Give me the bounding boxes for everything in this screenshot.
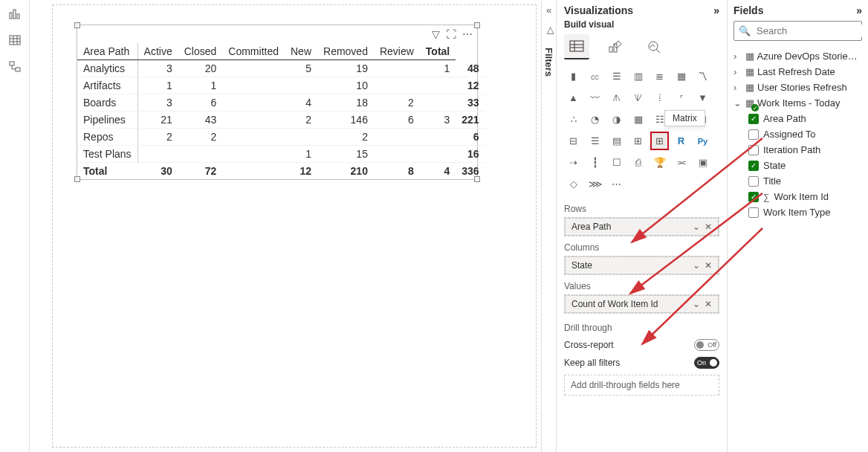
field-item[interactable]: Iteration Path <box>733 142 862 158</box>
viz-icon-37[interactable]: ⋯ <box>607 175 626 193</box>
field-item[interactable]: Assigned To <box>733 126 862 142</box>
viz-icon-13[interactable]: ▼ <box>693 88 712 107</box>
collapse-pane-icon[interactable]: » <box>713 4 719 16</box>
field-checkbox[interactable]: ✓ <box>748 161 759 171</box>
matrix-col-header[interactable]: Total <box>420 43 456 60</box>
viz-icon-24[interactable]: ⊞ <box>629 132 647 150</box>
viz-icon-33[interactable]: ⫘ <box>672 153 690 172</box>
data-view-icon[interactable] <box>6 31 24 49</box>
report-view-icon[interactable] <box>6 4 24 22</box>
matrix-col-header[interactable]: Removed <box>317 43 374 60</box>
viz-icon-2[interactable]: ☰ <box>607 67 626 85</box>
rows-well[interactable]: Area Path ⌄✕ <box>564 217 719 236</box>
focus-mode-icon[interactable]: ⛶ <box>446 28 456 40</box>
values-chip-workitemid[interactable]: Count of Work Item Id ⌄✕ <box>565 295 719 313</box>
viz-icon-26[interactable]: R <box>672 132 690 150</box>
field-item[interactable]: ✓∑Work Item Id <box>733 189 862 204</box>
field-item[interactable]: ✓State <box>733 158 862 173</box>
table-item[interactable]: ⌄▦Work Items - Today <box>733 95 862 111</box>
viz-icon-29[interactable]: ┇ <box>586 153 604 172</box>
format-visual-tab[interactable] <box>603 34 628 59</box>
matrix-row-label[interactable]: Boards <box>77 94 137 112</box>
viz-icon-8[interactable]: 〰 <box>586 88 604 107</box>
collapse-fields-icon[interactable]: » <box>856 4 862 16</box>
table-item[interactable]: ›▦User Stories Refresh <box>733 80 862 95</box>
keep-filters-toggle[interactable]: On <box>694 357 719 369</box>
search-input[interactable] <box>755 25 868 37</box>
matrix-col-header[interactable]: Review <box>374 43 420 60</box>
field-checkbox[interactable]: ✓ <box>748 114 759 124</box>
viz-icon-6[interactable]: 〽 <box>693 67 712 85</box>
viz-icon-9[interactable]: ⩚ <box>607 88 626 107</box>
field-checkbox[interactable] <box>748 176 759 187</box>
matrix-row-label[interactable]: Repos <box>77 129 137 146</box>
build-visual-tab[interactable] <box>564 34 589 59</box>
viz-icon-11[interactable]: ⵂ <box>650 88 669 107</box>
remove-icon[interactable]: ✕ <box>705 260 712 271</box>
viz-icon-23[interactable]: ▤ <box>607 132 626 150</box>
viz-icon-31[interactable]: ⎙ <box>629 153 647 172</box>
viz-icon-32[interactable]: 🏆 <box>650 153 669 172</box>
matrix-viz-icon[interactable]: ⊞ <box>650 132 669 150</box>
viz-icon-21[interactable]: ⊟ <box>564 132 583 150</box>
chevron-down-icon[interactable]: ⌄ <box>693 299 700 309</box>
field-item[interactable]: ✓Area Path <box>733 111 862 126</box>
values-well[interactable]: Count of Work Item Id ⌄✕ <box>564 294 719 314</box>
viz-icon-10[interactable]: ⩛ <box>629 88 647 107</box>
field-checkbox[interactable] <box>748 145 759 155</box>
viz-icon-5[interactable]: ▦ <box>672 67 690 85</box>
viz-icon-15[interactable]: ◔ <box>586 110 604 129</box>
viz-icon-14[interactable]: ∴ <box>564 110 583 129</box>
cross-report-toggle[interactable]: Off <box>694 339 719 351</box>
matrix-col-header[interactable]: Closed <box>178 43 223 60</box>
viz-icon-28[interactable]: ⇢ <box>564 153 583 172</box>
matrix-col-header[interactable]: New <box>285 43 317 60</box>
fields-search[interactable]: 🔍 <box>733 21 862 41</box>
matrix-row-label[interactable]: Analytics <box>77 60 137 77</box>
viz-icon-4[interactable]: ≣ <box>650 67 669 85</box>
viz-icon-3[interactable]: ▥ <box>629 67 647 85</box>
viz-icon-35[interactable]: ◇ <box>564 175 583 193</box>
matrix-visual[interactable]: ▽ ⛶ ⋯ Area PathActiveClosedCommittedNewR… <box>77 25 478 180</box>
model-view-icon[interactable] <box>6 58 24 76</box>
columns-well[interactable]: State ⌄✕ <box>564 256 719 275</box>
columns-chip-state[interactable]: State ⌄✕ <box>565 256 719 274</box>
filters-funnel-icon[interactable]: ▷ <box>543 27 554 34</box>
viz-icon-7[interactable]: ▲ <box>564 88 583 107</box>
matrix-row-header[interactable]: Area Path <box>77 43 137 60</box>
chevron-down-icon[interactable]: ⌄ <box>693 222 700 232</box>
viz-icon-1[interactable]: ㏄ <box>586 67 604 85</box>
matrix-col-header[interactable]: Committed <box>222 43 285 60</box>
expand-filters-icon[interactable]: « <box>546 4 551 16</box>
rows-chip-area-path[interactable]: Area Path ⌄✕ <box>565 218 719 236</box>
viz-icon-17[interactable]: ▦ <box>629 110 647 129</box>
matrix-row-label[interactable]: Test Plans <box>77 146 137 163</box>
analytics-tab[interactable] <box>641 34 667 59</box>
table-item[interactable]: ›▦Last Refresh Date <box>733 64 862 80</box>
filters-collapse-rail[interactable]: « ▷ Filters <box>541 0 556 452</box>
field-item[interactable]: Work Item Type <box>733 204 862 220</box>
drill-through-dropzone[interactable]: Add drill-through fields here <box>564 375 719 396</box>
viz-icon-12[interactable]: ʳ <box>672 88 690 107</box>
matrix-row-label[interactable]: Pipelines <box>77 112 137 129</box>
field-checkbox[interactable] <box>748 207 759 218</box>
remove-icon[interactable]: ✕ <box>705 299 712 309</box>
viz-icon-16[interactable]: ◑ <box>607 110 626 129</box>
filter-icon[interactable]: ▽ <box>432 28 440 40</box>
viz-icon-34[interactable]: ▣ <box>693 153 712 172</box>
field-checkbox[interactable] <box>748 129 759 140</box>
more-options-icon[interactable]: ⋯ <box>462 28 473 40</box>
field-item[interactable]: Title <box>733 173 862 189</box>
viz-icon-0[interactable]: ▮ <box>564 67 583 85</box>
chevron-down-icon[interactable]: ⌄ <box>693 260 700 271</box>
viz-icon-27[interactable]: Py <box>693 132 712 150</box>
matrix-col-header[interactable]: Active <box>137 43 178 60</box>
remove-icon[interactable]: ✕ <box>705 222 712 232</box>
field-checkbox[interactable]: ✓ <box>748 192 759 202</box>
viz-icon-22[interactable]: ☰ <box>586 132 604 150</box>
table-item[interactable]: ›▦Azure DevOps Stories -... <box>733 48 862 64</box>
report-canvas[interactable]: ▽ ⛶ ⋯ Area PathActiveClosedCommittedNewR… <box>30 0 541 452</box>
viz-icon-30[interactable]: ☐ <box>607 153 626 172</box>
matrix-row-label[interactable]: Artifacts <box>77 77 137 94</box>
viz-icon-36[interactable]: ⋙ <box>586 175 604 193</box>
